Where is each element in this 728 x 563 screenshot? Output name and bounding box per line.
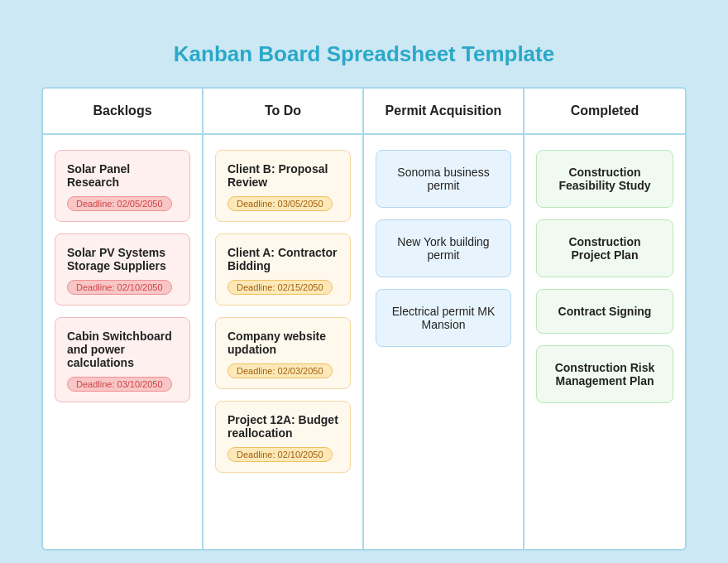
board-body: Solar Panel Research Deadline: 02/05/205…	[43, 135, 685, 549]
card-todo-3[interactable]: Company website updation Deadline: 02/03…	[215, 317, 351, 389]
deadline-badge: Deadline: 02/05/2050	[67, 196, 172, 211]
card-backlogs-1[interactable]: Solar Panel Research Deadline: 02/05/205…	[55, 150, 190, 222]
column-backlogs: Solar Panel Research Deadline: 02/05/205…	[43, 135, 204, 549]
board-header: Backlogs To Do Permit Acquisition Comple…	[43, 89, 685, 135]
card-completed-4[interactable]: Construction Risk Management Plan	[536, 345, 673, 403]
header-permit: Permit Acquisition	[364, 89, 524, 133]
card-completed-3[interactable]: Contract Signing	[536, 289, 673, 334]
card-title: Solar Panel Research	[67, 162, 178, 189]
card-title: Cabin Switchboard and power calculations	[67, 330, 178, 369]
header-completed: Completed	[524, 89, 685, 133]
deadline-badge: Deadline: 02/10/2050	[67, 280, 172, 295]
card-title: Client A: Contractor Bidding	[228, 246, 338, 272]
deadline-badge: Deadline: 02/03/2050	[228, 363, 333, 378]
card-title: Construction Project Plan	[548, 235, 661, 262]
card-title: Construction Feasibility Study	[548, 166, 661, 192]
deadline-badge: Deadline: 02/15/2050	[228, 280, 333, 295]
deadline-badge: Deadline: 02/10/2050	[228, 447, 333, 462]
card-title: Project 12A: Budget reallocation	[228, 413, 338, 440]
page-wrapper: Kanban Board Spreadsheet Template Backlo…	[17, 17, 711, 563]
page-title: Kanban Board Spreadsheet Template	[41, 41, 687, 67]
card-title: Client B: Proposal Review	[228, 162, 338, 189]
card-title: Construction Risk Management Plan	[548, 361, 661, 387]
card-todo-1[interactable]: Client B: Proposal Review Deadline: 03/0…	[215, 150, 351, 222]
deadline-badge: Deadline: 03/05/2050	[228, 196, 333, 211]
card-backlogs-2[interactable]: Solar PV Systems Storage Suppliers Deadl…	[55, 233, 190, 306]
card-permit-2[interactable]: New York building permit	[376, 219, 511, 277]
column-completed: Construction Feasibility Study Construct…	[524, 135, 685, 549]
card-title: Contract Signing	[548, 305, 661, 318]
kanban-board: Backlogs To Do Permit Acquisition Comple…	[41, 87, 687, 551]
header-todo: To Do	[204, 89, 364, 133]
column-todo: Client B: Proposal Review Deadline: 03/0…	[204, 135, 364, 549]
column-permit: Sonoma business permit New York building…	[364, 135, 524, 549]
card-todo-2[interactable]: Client A: Contractor Bidding Deadline: 0…	[215, 233, 351, 306]
card-title: Company website updation	[228, 330, 338, 356]
card-title: Electrical permit MK Mansion	[388, 305, 499, 331]
card-title: Solar PV Systems Storage Suppliers	[67, 246, 178, 272]
header-backlogs: Backlogs	[43, 89, 204, 133]
card-backlogs-3[interactable]: Cabin Switchboard and power calculations…	[55, 317, 190, 402]
card-permit-3[interactable]: Electrical permit MK Mansion	[376, 289, 511, 347]
card-todo-4[interactable]: Project 12A: Budget reallocation Deadlin…	[215, 401, 351, 473]
deadline-badge: Deadline: 03/10/2050	[67, 377, 172, 392]
card-completed-2[interactable]: Construction Project Plan	[536, 219, 673, 277]
card-title: New York building permit	[388, 235, 499, 262]
card-completed-1[interactable]: Construction Feasibility Study	[536, 150, 673, 208]
card-permit-1[interactable]: Sonoma business permit	[376, 150, 511, 208]
card-title: Sonoma business permit	[388, 166, 499, 192]
